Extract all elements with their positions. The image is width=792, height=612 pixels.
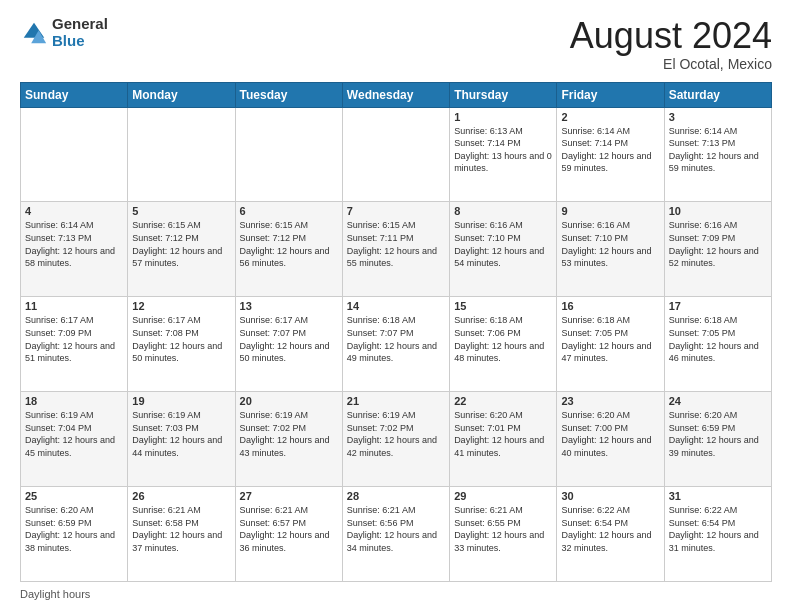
cell-content: Sunrise: 6:17 AM Sunset: 7:08 PM Dayligh… <box>132 314 230 364</box>
day-number: 18 <box>25 395 123 407</box>
cell-content: Sunrise: 6:20 AM Sunset: 7:01 PM Dayligh… <box>454 409 552 459</box>
day-number: 20 <box>240 395 338 407</box>
cell-content: Sunrise: 6:19 AM Sunset: 7:02 PM Dayligh… <box>240 409 338 459</box>
day-number: 23 <box>561 395 659 407</box>
calendar-cell: 14Sunrise: 6:18 AM Sunset: 7:07 PM Dayli… <box>342 297 449 392</box>
day-number: 15 <box>454 300 552 312</box>
day-number: 27 <box>240 490 338 502</box>
day-number: 25 <box>25 490 123 502</box>
cell-content: Sunrise: 6:20 AM Sunset: 6:59 PM Dayligh… <box>669 409 767 459</box>
day-number: 29 <box>454 490 552 502</box>
cell-content: Sunrise: 6:15 AM Sunset: 7:12 PM Dayligh… <box>240 219 338 269</box>
calendar-cell: 11Sunrise: 6:17 AM Sunset: 7:09 PM Dayli… <box>21 297 128 392</box>
calendar-cell: 5Sunrise: 6:15 AM Sunset: 7:12 PM Daylig… <box>128 202 235 297</box>
cell-content: Sunrise: 6:20 AM Sunset: 6:59 PM Dayligh… <box>25 504 123 554</box>
day-number: 21 <box>347 395 445 407</box>
calendar-cell: 28Sunrise: 6:21 AM Sunset: 6:56 PM Dayli… <box>342 487 449 582</box>
day-number: 10 <box>669 205 767 217</box>
cell-content: Sunrise: 6:14 AM Sunset: 7:13 PM Dayligh… <box>669 125 767 175</box>
title-block: August 2024 El Ocotal, Mexico <box>570 16 772 72</box>
day-number: 7 <box>347 205 445 217</box>
calendar-week-row: 25Sunrise: 6:20 AM Sunset: 6:59 PM Dayli… <box>21 487 772 582</box>
calendar-cell: 10Sunrise: 6:16 AM Sunset: 7:09 PM Dayli… <box>664 202 771 297</box>
logo-blue-text: Blue <box>52 33 108 50</box>
calendar-cell <box>21 107 128 202</box>
header: General Blue August 2024 El Ocotal, Mexi… <box>20 16 772 72</box>
calendar-week-row: 11Sunrise: 6:17 AM Sunset: 7:09 PM Dayli… <box>21 297 772 392</box>
cell-content: Sunrise: 6:18 AM Sunset: 7:06 PM Dayligh… <box>454 314 552 364</box>
calendar-week-row: 1Sunrise: 6:13 AM Sunset: 7:14 PM Daylig… <box>21 107 772 202</box>
page: General Blue August 2024 El Ocotal, Mexi… <box>0 0 792 612</box>
cell-content: Sunrise: 6:21 AM Sunset: 6:55 PM Dayligh… <box>454 504 552 554</box>
daylight-hours-label: Daylight hours <box>20 588 90 600</box>
header-saturday: Saturday <box>664 82 771 107</box>
header-monday: Monday <box>128 82 235 107</box>
calendar-cell: 2Sunrise: 6:14 AM Sunset: 7:14 PM Daylig… <box>557 107 664 202</box>
cell-content: Sunrise: 6:20 AM Sunset: 7:00 PM Dayligh… <box>561 409 659 459</box>
header-friday: Friday <box>557 82 664 107</box>
logo-text: General Blue <box>52 16 108 49</box>
logo-icon <box>20 19 48 47</box>
header-thursday: Thursday <box>450 82 557 107</box>
header-tuesday: Tuesday <box>235 82 342 107</box>
day-number: 1 <box>454 111 552 123</box>
day-number: 14 <box>347 300 445 312</box>
cell-content: Sunrise: 6:17 AM Sunset: 7:09 PM Dayligh… <box>25 314 123 364</box>
day-number: 5 <box>132 205 230 217</box>
day-number: 12 <box>132 300 230 312</box>
day-number: 13 <box>240 300 338 312</box>
calendar-cell: 6Sunrise: 6:15 AM Sunset: 7:12 PM Daylig… <box>235 202 342 297</box>
footer: Daylight hours <box>20 588 772 600</box>
calendar-body: 1Sunrise: 6:13 AM Sunset: 7:14 PM Daylig… <box>21 107 772 581</box>
cell-content: Sunrise: 6:15 AM Sunset: 7:11 PM Dayligh… <box>347 219 445 269</box>
cell-content: Sunrise: 6:13 AM Sunset: 7:14 PM Dayligh… <box>454 125 552 175</box>
day-number: 2 <box>561 111 659 123</box>
day-header-row: Sunday Monday Tuesday Wednesday Thursday… <box>21 82 772 107</box>
calendar-cell: 29Sunrise: 6:21 AM Sunset: 6:55 PM Dayli… <box>450 487 557 582</box>
calendar-cell: 9Sunrise: 6:16 AM Sunset: 7:10 PM Daylig… <box>557 202 664 297</box>
cell-content: Sunrise: 6:19 AM Sunset: 7:02 PM Dayligh… <box>347 409 445 459</box>
calendar-cell <box>128 107 235 202</box>
cell-content: Sunrise: 6:19 AM Sunset: 7:04 PM Dayligh… <box>25 409 123 459</box>
cell-content: Sunrise: 6:16 AM Sunset: 7:10 PM Dayligh… <box>454 219 552 269</box>
calendar-cell <box>342 107 449 202</box>
calendar-cell: 25Sunrise: 6:20 AM Sunset: 6:59 PM Dayli… <box>21 487 128 582</box>
calendar-cell: 18Sunrise: 6:19 AM Sunset: 7:04 PM Dayli… <box>21 392 128 487</box>
calendar-cell: 13Sunrise: 6:17 AM Sunset: 7:07 PM Dayli… <box>235 297 342 392</box>
day-number: 8 <box>454 205 552 217</box>
day-number: 11 <box>25 300 123 312</box>
calendar-table: Sunday Monday Tuesday Wednesday Thursday… <box>20 82 772 582</box>
logo-general-text: General <box>52 16 108 33</box>
cell-content: Sunrise: 6:21 AM Sunset: 6:56 PM Dayligh… <box>347 504 445 554</box>
cell-content: Sunrise: 6:19 AM Sunset: 7:03 PM Dayligh… <box>132 409 230 459</box>
day-number: 31 <box>669 490 767 502</box>
day-number: 24 <box>669 395 767 407</box>
calendar-cell: 4Sunrise: 6:14 AM Sunset: 7:13 PM Daylig… <box>21 202 128 297</box>
cell-content: Sunrise: 6:21 AM Sunset: 6:58 PM Dayligh… <box>132 504 230 554</box>
day-number: 9 <box>561 205 659 217</box>
cell-content: Sunrise: 6:22 AM Sunset: 6:54 PM Dayligh… <box>561 504 659 554</box>
month-title: August 2024 <box>570 16 772 56</box>
calendar-cell: 16Sunrise: 6:18 AM Sunset: 7:05 PM Dayli… <box>557 297 664 392</box>
cell-content: Sunrise: 6:21 AM Sunset: 6:57 PM Dayligh… <box>240 504 338 554</box>
calendar-cell <box>235 107 342 202</box>
logo: General Blue <box>20 16 108 49</box>
calendar-cell: 21Sunrise: 6:19 AM Sunset: 7:02 PM Dayli… <box>342 392 449 487</box>
calendar-cell: 1Sunrise: 6:13 AM Sunset: 7:14 PM Daylig… <box>450 107 557 202</box>
calendar-cell: 23Sunrise: 6:20 AM Sunset: 7:00 PM Dayli… <box>557 392 664 487</box>
calendar-cell: 3Sunrise: 6:14 AM Sunset: 7:13 PM Daylig… <box>664 107 771 202</box>
calendar-header: Sunday Monday Tuesday Wednesday Thursday… <box>21 82 772 107</box>
calendar-week-row: 4Sunrise: 6:14 AM Sunset: 7:13 PM Daylig… <box>21 202 772 297</box>
calendar-cell: 27Sunrise: 6:21 AM Sunset: 6:57 PM Dayli… <box>235 487 342 582</box>
header-sunday: Sunday <box>21 82 128 107</box>
calendar-cell: 19Sunrise: 6:19 AM Sunset: 7:03 PM Dayli… <box>128 392 235 487</box>
cell-content: Sunrise: 6:18 AM Sunset: 7:05 PM Dayligh… <box>669 314 767 364</box>
cell-content: Sunrise: 6:14 AM Sunset: 7:14 PM Dayligh… <box>561 125 659 175</box>
calendar-cell: 17Sunrise: 6:18 AM Sunset: 7:05 PM Dayli… <box>664 297 771 392</box>
day-number: 22 <box>454 395 552 407</box>
cell-content: Sunrise: 6:16 AM Sunset: 7:09 PM Dayligh… <box>669 219 767 269</box>
calendar-cell: 20Sunrise: 6:19 AM Sunset: 7:02 PM Dayli… <box>235 392 342 487</box>
cell-content: Sunrise: 6:16 AM Sunset: 7:10 PM Dayligh… <box>561 219 659 269</box>
day-number: 30 <box>561 490 659 502</box>
cell-content: Sunrise: 6:15 AM Sunset: 7:12 PM Dayligh… <box>132 219 230 269</box>
